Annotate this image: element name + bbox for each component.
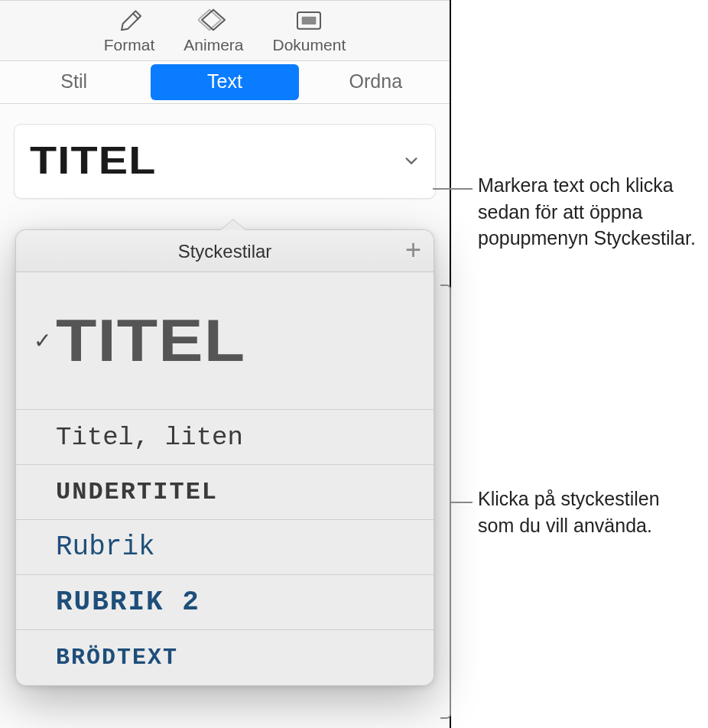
tab-arrange[interactable]: Ordna	[302, 61, 450, 103]
popover-header: Styckestilar +	[16, 230, 434, 272]
style-item-undertitel[interactable]: UNDERTITEL	[16, 465, 434, 520]
style-item-titel-liten[interactable]: Titel, liten	[16, 410, 434, 465]
callout-text-2: Klicka på styckestilen som du vill använ…	[478, 486, 700, 538]
tab-text[interactable]: Text	[151, 64, 298, 100]
style-item-rubrik-2[interactable]: RUBRIK 2	[16, 575, 434, 630]
callout-leader-1	[433, 188, 473, 190]
callout-bracket	[440, 284, 451, 719]
style-label-rubrik-2: RUBRIK 2	[56, 587, 420, 618]
tab-style[interactable]: Stil	[0, 61, 148, 103]
checkmark-icon: ✓	[28, 328, 56, 353]
callout-text-1: Markera text och klicka sedan för att öp…	[478, 172, 700, 252]
paragraph-style-list: ✓ TITEL Titel, liten UNDERTITEL Rubrik R…	[16, 272, 434, 685]
callout-leader-2	[451, 502, 473, 503]
brush-icon	[112, 5, 147, 34]
style-item-titel[interactable]: ✓ TITEL	[16, 272, 434, 410]
style-label-titel: TITEL	[56, 306, 463, 375]
add-style-button[interactable]: +	[405, 236, 421, 264]
paragraph-style-popup-button[interactable]: TITEL	[14, 124, 436, 199]
document-icon	[291, 5, 326, 34]
popover-title: Styckestilar	[178, 241, 272, 262]
style-label-rubrik: Rubrik	[56, 531, 420, 563]
style-label-undertitel: UNDERTITEL	[56, 478, 420, 506]
style-label-titel-liten: Titel, liten	[56, 423, 420, 452]
toolbar-document[interactable]: Dokument	[273, 5, 346, 54]
style-item-rubrik[interactable]: Rubrik	[16, 520, 434, 575]
svg-rect-1	[303, 18, 316, 24]
diamond-icon	[196, 5, 231, 34]
inspector-tabs: Stil Text Ordna	[0, 61, 450, 104]
current-style-preview: TITEL	[30, 138, 156, 183]
main-toolbar: Format Animera Dokument	[0, 0, 450, 61]
style-item-brodtext[interactable]: BRÖDTEXT	[16, 630, 434, 685]
style-label-brodtext: BRÖDTEXT	[56, 645, 420, 671]
toolbar-document-label: Dokument	[273, 36, 346, 54]
toolbar-animate[interactable]: Animera	[183, 5, 243, 54]
toolbar-format[interactable]: Format	[104, 5, 155, 54]
paragraph-style-row: TITEL	[14, 124, 436, 199]
chevron-down-icon	[403, 152, 420, 169]
toolbar-animate-label: Animera	[183, 36, 243, 54]
toolbar-format-label: Format	[104, 36, 155, 54]
paragraph-styles-popover: Styckestilar + ✓ TITEL Titel, liten UNDE…	[15, 229, 434, 686]
